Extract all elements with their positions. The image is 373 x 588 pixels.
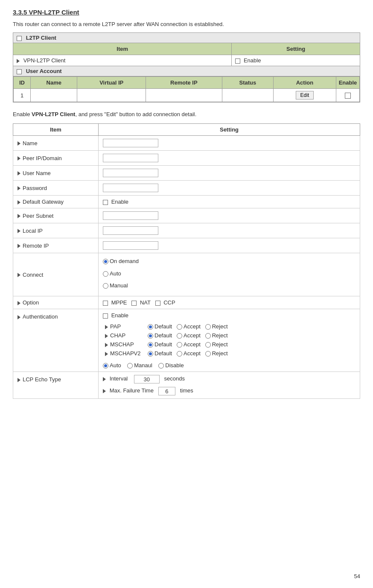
connect-manual-row: Manual <box>103 281 356 291</box>
col-enable: Enable <box>336 77 360 89</box>
col-header-setting: Setting <box>232 43 360 55</box>
pap-accept-label: Accept <box>184 323 201 330</box>
remote-ip-input[interactable] <box>103 241 158 250</box>
col-virtual-ip: Virtual IP <box>77 77 146 89</box>
row-id: 1 <box>14 89 31 102</box>
chap-reject-label: Reject <box>212 332 228 339</box>
triangle-icon <box>17 59 20 63</box>
mppe-checkbox[interactable] <box>103 301 108 306</box>
user-account-checkbox-icon <box>17 69 22 74</box>
lcp-interval-input[interactable]: 30 <box>134 375 160 383</box>
enc-manual-radio[interactable] <box>127 363 133 369</box>
value-option: MPPE NAT CCP <box>99 296 360 309</box>
lcp-interval-row: Interval 30 seconds <box>103 375 356 383</box>
pap-default-radio[interactable] <box>148 324 153 330</box>
mschapv2-reject-radio[interactable] <box>205 351 211 357</box>
pap-label-cell: PAP <box>103 322 146 331</box>
enable-checkbox[interactable] <box>235 59 240 64</box>
ccp-label: CCP <box>163 299 175 306</box>
label-local-ip: Local IP <box>13 223 99 238</box>
row-enable-checkbox[interactable] <box>345 93 351 99</box>
radio-auto[interactable] <box>103 271 108 277</box>
row-password: Password <box>13 181 360 196</box>
vpn-l2tp-client-setting: Enable <box>232 55 360 66</box>
peer-ip-input[interactable] <box>103 154 158 162</box>
row-authentication: Authentication Enable PAP Default Accept <box>13 309 360 372</box>
row-option: Option MPPE NAT CCP <box>13 296 360 309</box>
connect-auto-row: Auto <box>103 269 356 279</box>
triangle-icon <box>17 141 20 146</box>
triangle-icon <box>17 171 20 176</box>
table-row: 1 Edit <box>14 89 360 102</box>
local-ip-input[interactable] <box>103 226 158 235</box>
chap-default-radio[interactable] <box>148 333 153 339</box>
chap-row: CHAP Default Accept Reject <box>103 331 356 340</box>
vpn-l2tp-client-text: VPN-L2TP Client <box>23 57 66 64</box>
auth-enable-checkbox[interactable] <box>103 313 108 319</box>
enc-auto-radio[interactable] <box>103 363 108 369</box>
user-account-columns: ID Name Virtual IP Remote IP Status Acti… <box>13 76 360 102</box>
triangle-icon <box>17 315 20 319</box>
label-lcp-echo: LCP Echo Type <box>13 372 99 399</box>
password-input[interactable] <box>103 184 158 192</box>
nat-label: NAT <box>140 299 151 306</box>
detail-col-item: Item <box>13 124 99 136</box>
enc-auto-label: Auto <box>110 362 121 369</box>
auth-enable-label: Enable <box>111 312 128 319</box>
vpn-l2tp-client-label: VPN-L2TP Client <box>13 55 232 66</box>
lcp-interval-unit: seconds <box>164 376 185 382</box>
edit-button[interactable]: Edit <box>296 91 314 99</box>
ccp-checkbox[interactable] <box>155 301 160 306</box>
mschap-default-radio[interactable] <box>148 342 153 348</box>
encryption-mode-options: Auto Manaul Disable <box>103 362 356 369</box>
mschap-accept-label: Accept <box>184 341 201 348</box>
lcp-failure-input[interactable]: 6 <box>158 387 175 395</box>
triangle-icon <box>17 200 20 205</box>
mschapv2-default-radio[interactable] <box>148 351 153 357</box>
chap-reject-radio[interactable] <box>205 333 211 339</box>
peer-subnet-input[interactable] <box>103 211 158 220</box>
lcp-failure-row: Max. Failure Time 6 times <box>103 387 356 395</box>
page-heading: 3.3.5 VPN-L2TP Client <box>13 9 360 16</box>
triangle-icon <box>105 325 108 329</box>
triangle-icon <box>17 378 20 382</box>
nat-checkbox[interactable] <box>131 301 137 306</box>
user-account-header: User Account <box>13 66 360 76</box>
header-checkbox-icon <box>17 36 22 41</box>
label-default-gateway: Default Gateway <box>13 196 99 208</box>
radio-manual[interactable] <box>103 283 108 289</box>
mschap-accept-radio[interactable] <box>177 342 182 348</box>
row-username: User Name <box>13 166 360 181</box>
row-action: Edit <box>273 89 336 102</box>
mschap-row: MSCHAP Default Accept Reject <box>103 340 356 349</box>
pap-accept-radio[interactable] <box>177 324 182 330</box>
enc-disable-label: Disable <box>165 362 184 369</box>
label-username: User Name <box>13 166 99 181</box>
label-peer-subnet: Peer Subnet <box>13 208 99 223</box>
username-input[interactable] <box>103 169 158 177</box>
chap-accept-radio[interactable] <box>177 333 182 339</box>
row-default-gateway: Default Gateway Enable <box>13 196 360 208</box>
radio-ondemand[interactable] <box>103 259 108 264</box>
mschap-reject-radio[interactable] <box>205 342 211 348</box>
value-password <box>99 181 360 196</box>
triangle-icon <box>103 377 106 381</box>
label-manual: Manual <box>110 281 128 291</box>
mschapv2-reject-label: Reject <box>212 350 228 357</box>
l2tp-client-header-label: L2TP Client <box>26 35 56 41</box>
pap-reject-radio[interactable] <box>205 324 211 330</box>
value-lcp-echo: Interval 30 seconds Max. Failure Time 6 … <box>99 372 360 399</box>
row-peer-subnet: Peer Subnet <box>13 208 360 223</box>
default-gateway-checkbox[interactable] <box>103 200 108 205</box>
triangle-icon <box>17 301 20 305</box>
desc2: Enable VPN-L2TP Client, and press "Edit"… <box>13 111 360 117</box>
connect-options: On demand Auto Manual <box>103 256 356 291</box>
enable-label: Enable <box>244 57 261 64</box>
name-input[interactable] <box>103 139 158 147</box>
encryption-sub-table: PAP Default Accept Reject CHAP <box>103 322 356 358</box>
mschapv2-accept-radio[interactable] <box>177 351 182 357</box>
enc-disable-radio[interactable] <box>158 363 164 369</box>
default-gateway-label: Enable <box>111 199 128 205</box>
value-peer-subnet <box>99 208 360 223</box>
mppe-label: MPPE <box>111 299 127 306</box>
